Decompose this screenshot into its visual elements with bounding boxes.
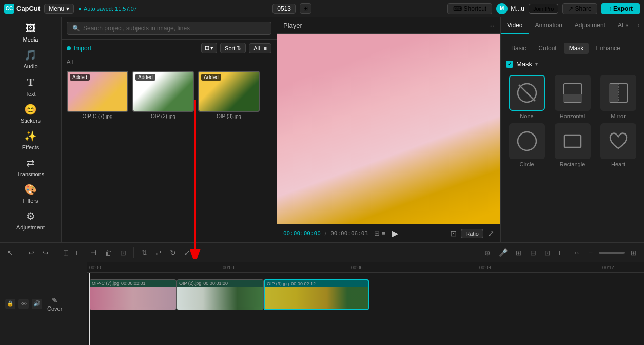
mask-name-heart: Heart: [611, 161, 625, 167]
mask-item-mirror[interactable]: Mirror: [597, 75, 639, 119]
tab-animation[interactable]: Animation: [529, 17, 568, 34]
snap-button[interactable]: ⊕: [481, 246, 494, 259]
cursor-tool[interactable]: ↖: [4, 246, 16, 259]
more-button[interactable]: ⊞: [628, 246, 640, 259]
menu-button[interactable]: Menu ▾: [44, 4, 74, 14]
clip-1[interactable]: OIP-C (7).jpg 00:00:02:01: [89, 279, 177, 310]
mask-preview-circle[interactable]: [509, 123, 545, 159]
volume-icon[interactable]: 🔊: [32, 299, 42, 309]
mask-header: ✓ Mask ▾: [506, 57, 639, 71]
tab-ai[interactable]: AI s: [612, 17, 635, 34]
tool-media[interactable]: 🖼 Media: [15, 20, 46, 46]
replace-button[interactable]: ↔: [570, 246, 583, 259]
timeline-toolbar: ↖ ↩ ↪ ⌶ ⊢ ⊣ 🗑 ⊡ ⇅ ⇄ ↻ ⤢ ⊕ 🎤 ⊞ ⊟ ⊡ ⊢ ↔ − …: [0, 243, 644, 262]
clip-3[interactable]: OIP (3).jpg 00:00:02:12: [264, 279, 369, 310]
tool-audio[interactable]: 🎵 Audio: [15, 46, 46, 72]
search-box[interactable]: 🔍 Search project, subjects in image, lin…: [67, 22, 271, 35]
mask-preview-rectangle[interactable]: [555, 123, 591, 159]
tab-video[interactable]: Video: [501, 17, 529, 34]
mask-item-rectangle[interactable]: Rectangle: [552, 123, 593, 167]
align-button[interactable]: ⊢: [556, 246, 568, 259]
visibility-icon[interactable]: 👁: [18, 299, 29, 309]
search-placeholder: Search project, subjects in image, lines: [83, 25, 190, 32]
unlink-button[interactable]: ⊟: [527, 246, 539, 259]
connect-button[interactable]: ⊡: [541, 246, 554, 259]
cover-button[interactable]: ✎ Cover: [45, 294, 64, 314]
zoom-bar[interactable]: [599, 252, 625, 254]
save-icon: ●: [78, 6, 82, 12]
tool-text[interactable]: T Text: [15, 72, 46, 100]
circle-icon: [516, 130, 538, 152]
sort-button[interactable]: Sort ⇅: [220, 43, 246, 53]
scale-button[interactable]: ⤢: [181, 246, 193, 259]
right-panel: Video Animation Adjustment AI s › Basic …: [500, 17, 644, 242]
grid-icon: ⊞: [205, 45, 209, 51]
mask-item-circle[interactable]: Circle: [506, 123, 548, 167]
tool-transitions[interactable]: ⇄ Transitions: [11, 154, 50, 180]
lock-icon[interactable]: 🔒: [5, 299, 15, 309]
media-thumb-3[interactable]: Added: [198, 71, 260, 112]
crop-icon[interactable]: ⊡: [450, 228, 457, 238]
tool-stickers[interactable]: 😊 Stickers: [14, 100, 47, 127]
link-button[interactable]: ⊞: [513, 246, 525, 259]
mask-item-horizontal[interactable]: Horizontal: [552, 75, 593, 119]
mask-preview-heart[interactable]: [600, 123, 636, 159]
sub-tab-cutout[interactable]: Cutout: [533, 43, 561, 54]
tool-filters[interactable]: 🎨 Filters: [15, 180, 46, 207]
view-toggle-button[interactable]: ⊞ ▾: [201, 43, 217, 53]
import-button[interactable]: Import: [67, 45, 91, 52]
share-icon: ↗: [568, 5, 573, 12]
clip-2[interactable]: OIP (2).jpg 00:00:01:20: [177, 279, 264, 310]
delete-button[interactable]: 🗑: [102, 246, 115, 259]
sub-tab-mask[interactable]: Mask: [564, 43, 589, 54]
rotate-button[interactable]: ↻: [167, 246, 179, 259]
flip-h-button[interactable]: ⇅: [138, 246, 150, 259]
tab-adjustment[interactable]: Adjustment: [569, 17, 612, 34]
logo: CC CapCut: [4, 4, 40, 14]
mask-checkbox[interactable]: ✓: [506, 61, 513, 68]
share-button[interactable]: ↗ Share: [562, 3, 597, 14]
fullscreen-icon[interactable]: ⤢: [487, 228, 494, 238]
shortcut-button[interactable]: ⌨ Shortcut: [447, 3, 493, 14]
flip-v-button[interactable]: ⇄: [152, 246, 165, 259]
mask-preview-horizontal[interactable]: [555, 75, 591, 111]
media-thumb-2[interactable]: Added: [132, 71, 194, 112]
mask-preview-none[interactable]: [509, 75, 545, 111]
undo-button[interactable]: ↩: [25, 246, 37, 259]
redo-button[interactable]: ↪: [40, 246, 52, 259]
join-pro-button[interactable]: Join Pro: [529, 4, 558, 14]
main-area: 🖼 Media 🎵 Audio T Text 😊 Stickers ✨: [0, 17, 644, 242]
horizontal-icon: [561, 82, 584, 104]
tool-adjustment[interactable]: ⚙ Adjustment: [10, 207, 51, 234]
player-menu-icon[interactable]: ···: [489, 22, 494, 29]
menu-chevron-icon: ▾: [66, 5, 69, 12]
media-thumb-1[interactable]: Added: [67, 71, 128, 112]
grid-view-icon[interactable]: ⊞: [374, 229, 380, 237]
mask-collapse-icon[interactable]: ▾: [535, 61, 538, 67]
play-button[interactable]: ▶: [392, 228, 398, 238]
list-item[interactable]: Added OIP-C (7).jpg: [67, 71, 128, 119]
mask-item-heart[interactable]: Heart: [597, 123, 639, 167]
trim-end-button[interactable]: ⊣: [87, 246, 100, 259]
mask-preview-mirror[interactable]: [600, 75, 636, 111]
sub-tab-basic[interactable]: Basic: [506, 43, 531, 54]
crop-button[interactable]: ⊡: [117, 246, 129, 259]
audio-button[interactable]: 🎤: [496, 246, 511, 259]
export-button[interactable]: ↑ Export: [601, 3, 640, 14]
zoom-out-button[interactable]: −: [586, 246, 596, 259]
ratio-button[interactable]: Ratio: [461, 229, 483, 238]
grid-list-icon[interactable]: ≡: [382, 229, 386, 237]
split-button[interactable]: ⌶: [61, 246, 71, 259]
list-item[interactable]: Added OIP (3).jpg: [198, 71, 260, 119]
timeline-body: 🔒 👁 🔊 ✎ Cover 00:00 00:03 00:06 00:09 00…: [0, 262, 644, 345]
more-tabs-icon[interactable]: ›: [635, 17, 643, 34]
sub-tab-enhance[interactable]: Enhance: [591, 43, 625, 54]
tool-audio-label: Audio: [23, 63, 37, 69]
tool-effects[interactable]: ✨ Effects: [15, 127, 46, 154]
list-item[interactable]: Added OIP (2).jpg: [132, 71, 194, 119]
trim-start-button[interactable]: ⊢: [73, 246, 85, 259]
filter-button[interactable]: All ≡: [249, 43, 271, 53]
view-mode-button[interactable]: ⊞: [300, 3, 311, 14]
clip-2-duration: 00:00:01:20: [203, 281, 228, 286]
mask-item-none[interactable]: None: [506, 75, 548, 119]
